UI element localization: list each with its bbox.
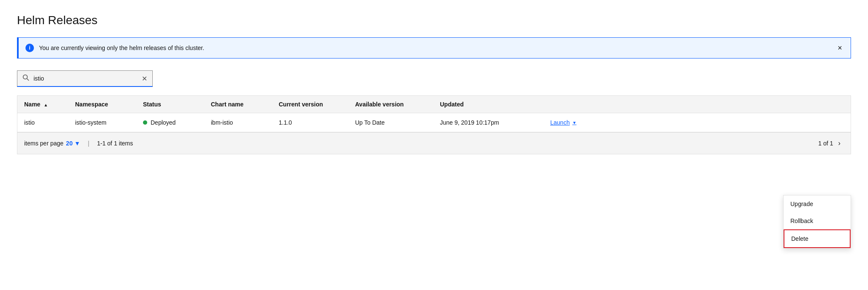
cell-namespace: istio-system xyxy=(68,113,136,132)
items-per-page-control: items per page 20 ▼ | 1-1 of 1 items xyxy=(24,140,133,147)
cell-available-version: Up To Date xyxy=(348,113,433,132)
launch-label: Launch xyxy=(550,119,570,126)
cell-status: Deployed xyxy=(136,113,204,132)
search-icon xyxy=(22,74,29,83)
cell-chart-name: ibm-istio xyxy=(204,113,272,132)
col-header-status[interactable]: Status xyxy=(136,96,204,113)
search-bar: ✕ xyxy=(17,70,153,87)
pagination-bar: items per page 20 ▼ | 1-1 of 1 items 1 o… xyxy=(17,132,851,154)
col-header-name[interactable]: Name ▲ xyxy=(17,96,68,113)
col-header-namespace[interactable]: Namespace xyxy=(68,96,136,113)
table-header-row: Name ▲ Namespace Status Chart name Curre… xyxy=(17,96,851,113)
range-text: 1-1 of 1 items xyxy=(97,140,133,147)
separator: | xyxy=(88,140,90,147)
status-dot-deployed xyxy=(143,120,147,125)
per-page-select[interactable]: 20 ▼ xyxy=(66,140,80,147)
page-container: Helm Releases i You are currently viewin… xyxy=(0,0,868,290)
upgrade-menu-item[interactable]: Upgrade xyxy=(784,195,851,212)
per-page-chevron-icon: ▼ xyxy=(74,140,80,147)
banner-close-button[interactable]: × xyxy=(836,42,844,54)
banner-text: You are currently viewing only the helm … xyxy=(39,45,204,51)
helm-releases-table: Name ▲ Namespace Status Chart name Curre… xyxy=(17,95,851,154)
delete-menu-item[interactable]: Delete xyxy=(784,229,851,248)
search-input[interactable] xyxy=(34,75,142,82)
cell-updated: June 9, 2019 10:17pm xyxy=(433,113,543,132)
svg-line-1 xyxy=(27,79,29,81)
cell-name: istio xyxy=(17,113,68,132)
cell-actions: Launch ▼ xyxy=(543,113,851,132)
info-icon: i xyxy=(25,44,34,52)
items-per-page-label: items per page xyxy=(24,140,64,147)
col-header-actions xyxy=(543,96,851,113)
launch-button[interactable]: Launch ▼ xyxy=(550,119,577,126)
rollback-menu-item[interactable]: Rollback xyxy=(784,212,851,229)
clear-search-icon[interactable]: ✕ xyxy=(142,75,147,83)
table-row: istio istio-system Deployed ibm-istio 1.… xyxy=(17,113,851,132)
col-header-updated[interactable]: Updated xyxy=(433,96,543,113)
launch-dropdown-menu: Upgrade Rollback Delete xyxy=(783,195,851,248)
cell-current-version: 1.1.0 xyxy=(272,113,348,132)
page-info: 1 of 1 › xyxy=(818,138,844,149)
col-header-current-version[interactable]: Current version xyxy=(272,96,348,113)
page-title: Helm Releases xyxy=(17,14,851,27)
info-banner: i You are currently viewing only the hel… xyxy=(17,37,851,59)
sort-asc-icon: ▲ xyxy=(44,103,48,107)
col-header-chart-name[interactable]: Chart name xyxy=(204,96,272,113)
page-count-text: 1 of 1 xyxy=(818,140,833,147)
col-header-available-version[interactable]: Available version xyxy=(348,96,433,113)
svg-point-0 xyxy=(23,75,28,79)
per-page-value: 20 xyxy=(66,140,73,147)
launch-chevron-icon: ▼ xyxy=(572,120,577,125)
next-page-button[interactable]: › xyxy=(835,138,844,149)
status-label: Deployed xyxy=(151,119,176,126)
